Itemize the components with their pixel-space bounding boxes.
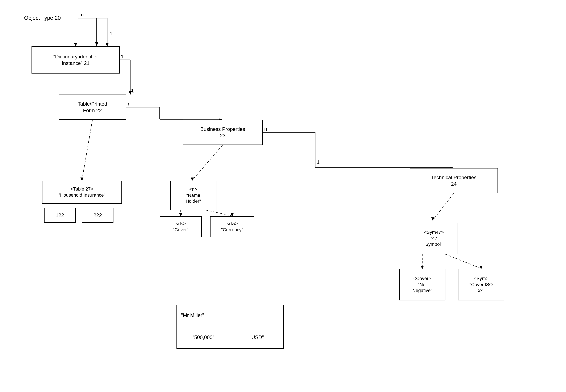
cover-iso-box: <Sym>"Cover ISOxx" xyxy=(458,269,504,300)
sym47-box: <Sym47>"47Symbol" xyxy=(410,223,458,254)
table-form-label: Table/PrintedForm 22 xyxy=(78,101,107,114)
cover-iso-label: <Sym>"Cover ISOxx" xyxy=(469,276,493,294)
cover-ds-box: <ds>"Cover" xyxy=(160,216,202,237)
object-type-box: Object Type 20 xyxy=(7,3,78,33)
technical-properties-box: Technical Properties24 xyxy=(410,168,498,193)
name-holder-box: <n>"NameHolder" xyxy=(170,181,216,210)
name-holder-label: <n>"NameHolder" xyxy=(186,186,201,204)
cover-ds-label: <ds>"Cover" xyxy=(173,221,188,233)
mr-miller-table: "Mr Miller" "500,000" "USD" xyxy=(176,305,284,349)
currency-dw-box: <dw>"Currency" xyxy=(210,216,254,237)
technical-properties-label: Technical Properties24 xyxy=(431,174,477,187)
usd-cell: "USD" xyxy=(230,326,283,349)
table-household-box: <Table 27>"Household Insurance" xyxy=(42,181,122,204)
value-122: 122 xyxy=(56,212,64,219)
sym47-label: <Sym47>"47Symbol" xyxy=(424,229,444,248)
boxes-layer: Object Type 20 "Dictionary identifierIns… xyxy=(0,0,566,392)
cover-not-negative-label: <Cover>"NotNegative" xyxy=(412,276,432,294)
table-household-label: <Table 27>"Household Insurance" xyxy=(58,186,105,198)
mr-miller-cell: "Mr Miller" xyxy=(177,305,283,326)
dictionary-instance-label: "Dictionary identifierInstance" 21 xyxy=(53,53,98,66)
cover-not-negative-box: <Cover>"NotNegative" xyxy=(399,269,445,300)
dictionary-instance-box: "Dictionary identifierInstance" 21 xyxy=(31,46,120,73)
box-222: 222 xyxy=(82,208,113,223)
table-form-box: Table/PrintedForm 22 xyxy=(59,95,126,120)
business-properties-box: Business Properties23 xyxy=(183,120,263,145)
object-type-label: Object Type 20 xyxy=(24,14,61,22)
value-222: 222 xyxy=(94,212,102,219)
currency-dw-label: <dw>"Currency" xyxy=(221,221,243,233)
box-122: 122 xyxy=(44,208,76,223)
business-properties-label: Business Properties23 xyxy=(200,126,245,139)
value-500000-cell: "500,000" xyxy=(177,326,230,349)
